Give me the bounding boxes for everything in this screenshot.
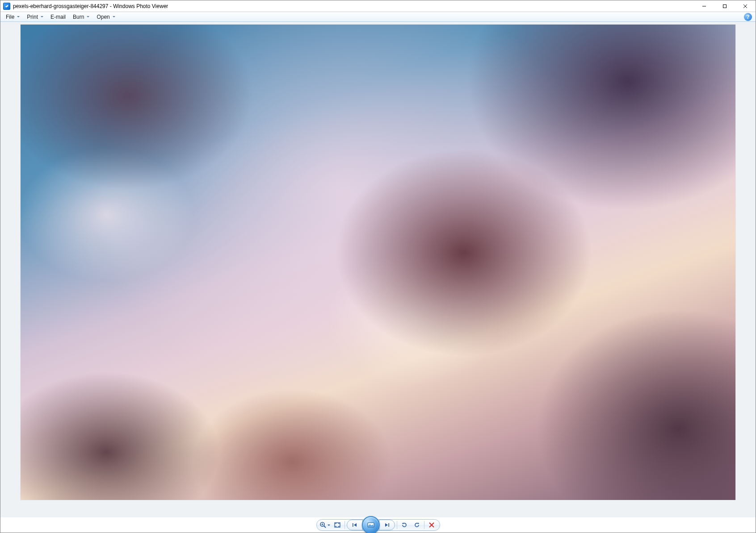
next-button[interactable]: [379, 520, 395, 530]
svg-marker-10: [354, 523, 357, 527]
viewer-area: [0, 22, 756, 517]
maximize-button[interactable]: [714, 0, 735, 12]
menu-print[interactable]: Print: [23, 12, 47, 21]
skip-previous-icon: [352, 522, 358, 528]
zoom-button[interactable]: [319, 520, 331, 530]
app-window: pexels-eberhard-grossgasteiger-844297 - …: [0, 0, 756, 533]
rotate-ccw-button[interactable]: [398, 520, 411, 530]
menu-open-label: Open: [97, 14, 109, 20]
chevron-down-icon: [113, 16, 115, 17]
menu-email[interactable]: E-mail: [47, 12, 69, 21]
magnifier-icon: [319, 521, 327, 529]
window-title: pexels-eberhard-grossgasteiger-844297 - …: [13, 3, 694, 9]
toolbar: [316, 519, 440, 531]
close-button[interactable]: [735, 0, 756, 12]
slideshow-icon: [367, 522, 375, 528]
svg-marker-16: [418, 522, 419, 524]
menubar: File Print E-mail Burn Open ?: [0, 12, 756, 22]
svg-rect-9: [353, 523, 353, 527]
chevron-down-icon: [328, 525, 330, 526]
rotate-cw-button[interactable]: [411, 520, 423, 530]
toolbar-separator: [424, 521, 424, 529]
svg-rect-1: [723, 4, 727, 8]
menu-open[interactable]: Open: [93, 12, 118, 21]
svg-rect-14: [388, 523, 389, 527]
svg-marker-15: [402, 522, 403, 524]
svg-line-5: [324, 526, 326, 528]
chevron-down-icon: [41, 16, 43, 17]
menu-file-label: File: [6, 14, 14, 20]
help-button[interactable]: ?: [744, 13, 752, 21]
menubar-spacer: [119, 12, 744, 21]
help-icon: ?: [746, 14, 749, 20]
previous-button[interactable]: [347, 520, 363, 530]
window-controls: [694, 0, 756, 12]
fit-window-icon: [334, 521, 341, 529]
chevron-down-icon: [87, 16, 89, 17]
app-icon: [3, 3, 10, 10]
photo-display[interactable]: [21, 25, 735, 500]
rotate-ccw-icon: [401, 521, 408, 529]
toolbar-separator: [344, 521, 345, 529]
rotate-cw-icon: [413, 521, 420, 529]
toolbar-wrap: [0, 517, 756, 533]
slideshow-button[interactable]: [362, 516, 380, 533]
menu-burn-label: Burn: [73, 14, 84, 20]
menu-email-label: E-mail: [50, 14, 66, 20]
menu-burn[interactable]: Burn: [69, 12, 93, 21]
svg-marker-13: [385, 523, 388, 527]
fit-button[interactable]: [331, 520, 344, 530]
titlebar: pexels-eberhard-grossgasteiger-844297 - …: [0, 0, 756, 12]
skip-next-icon: [384, 522, 390, 528]
delete-x-icon: [428, 521, 435, 529]
menu-file[interactable]: File: [2, 12, 23, 21]
delete-button[interactable]: [425, 520, 438, 530]
nav-cluster: [347, 516, 395, 533]
minimize-button[interactable]: [694, 0, 714, 12]
menu-print-label: Print: [27, 14, 38, 20]
chevron-down-icon: [17, 16, 20, 17]
toolbar-separator: [397, 521, 397, 529]
